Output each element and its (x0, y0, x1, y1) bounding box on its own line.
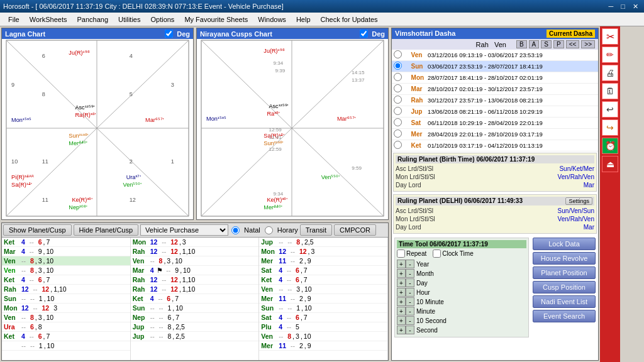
dasha-row[interactable]: Mer 28/04/2019 22:01:19 - 28/10/2019 03:… (392, 129, 598, 140)
menu-worksheets[interactable]: WorkSheets (25, 14, 72, 25)
planet-row: Mar 4 -- 9,10 (2, 247, 130, 256)
planet-row: Sun -- -- 1,10 (2, 294, 130, 304)
menu-favourite[interactable]: My Favourite Sheets (179, 14, 253, 25)
hour-plus-btn[interactable]: + (397, 288, 406, 297)
10min-minus-btn[interactable]: - (406, 297, 414, 306)
month-plus-btn[interactable]: + (397, 269, 406, 278)
dasha-row[interactable]: Mon 28/07/2017 18:41:19 - 28/10/2017 02:… (392, 72, 598, 84)
10min-plus-btn[interactable]: + (397, 297, 406, 306)
main-content: Lagna Chart Deg (0, 26, 644, 362)
horary-radio[interactable] (265, 226, 273, 234)
side-btn-back[interactable]: ↩ (602, 101, 618, 118)
nadi-event-list-button[interactable]: Nadi Event List (533, 295, 596, 308)
year-minus-btn[interactable]: - (406, 260, 414, 268)
svg-text:5: 5 (130, 91, 133, 97)
dasha-row[interactable]: Jup 13/06/2018 08:21:19 - 06/11/2018 10:… (392, 106, 598, 118)
ruling-row: Asc Lrd/Stl/Sl Sun/Ket/Mer (396, 165, 594, 173)
planet-position-button[interactable]: Planet Position (533, 266, 596, 279)
dasha-nav-next[interactable]: >> (581, 40, 595, 48)
menu-options[interactable]: Options (145, 14, 179, 25)
menu-panchang[interactable]: Panchang (72, 14, 113, 25)
planet-row: Ven -- 8,3,10 (2, 313, 130, 322)
day-minus-btn[interactable]: - (406, 278, 414, 287)
planet-row: Mer 11 -- 2,9 (259, 256, 387, 266)
dasha-nav-a[interactable]: A (529, 40, 540, 48)
time-row-10sec: + - 10 Second (397, 316, 526, 325)
side-toolbar: ✂ ✏ 🖨 🗓 ↩ ↪ ⏰ ⏏ (600, 26, 620, 362)
dasha-table: Ven 03/12/2016 09:13:19 - 03/06/2017 23:… (392, 50, 598, 151)
dasha-nav-b[interactable]: B (516, 40, 527, 48)
settings-button[interactable]: Settings (565, 197, 592, 205)
dasha-row[interactable]: Ket 01/10/2019 03:17:19 - 04/12/2019 01:… (392, 140, 598, 151)
natal-radio[interactable] (231, 226, 240, 234)
svg-text:9:59: 9:59 (352, 165, 362, 171)
maximize-btn[interactable]: □ (618, 3, 628, 11)
dasha-row[interactable]: Sat 06/11/2018 10:29:19 - 28/04/2019 22:… (392, 118, 598, 129)
planet-row: Sat 4 -- 6,7 (259, 313, 387, 322)
side-btn-clock[interactable]: ⏰ (602, 138, 618, 154)
dasha-nav-p[interactable]: P (553, 40, 564, 48)
clock-time-checkbox[interactable] (433, 250, 441, 258)
side-btn-calc[interactable]: 🗓 (602, 83, 618, 99)
minimize-btn[interactable]: ─ (606, 3, 616, 11)
10sec-minus-btn[interactable]: - (406, 316, 414, 325)
dasha-row-selected[interactable]: Sun 03/06/2017 23:53:19 - 28/07/2017 18:… (392, 61, 598, 72)
planet-column-3: Jup -- -- 8,2,5 Mon 12 -- 12,3 Mer 11 --… (259, 238, 388, 360)
time-row-hour: + - Hour (397, 288, 526, 297)
repeat-option[interactable]: Repeat (397, 250, 426, 258)
svg-text:3: 3 (171, 82, 174, 88)
10sec-plus-btn[interactable]: + (397, 316, 406, 325)
ruling-row: Mon Lrd/Stl/Sl Ven/Rah/Ven (396, 215, 594, 223)
planet-row: Rah 12 -- 12,1,10 (131, 275, 259, 285)
side-btn-edit[interactable]: ✏ (602, 47, 618, 63)
event-search-button[interactable]: Event Search (533, 310, 596, 322)
lock-data-button[interactable]: Lock Data (533, 238, 596, 250)
clock-time-option[interactable]: Clock Time (433, 250, 473, 258)
ruling-planet2: Ruling Planet (DELHI) 06/06/2017 11:49:3… (393, 194, 597, 234)
planet-row: Ket 4 -- 6,7 (2, 275, 130, 285)
dasha-nav-s[interactable]: S (541, 40, 552, 48)
side-btn-scissors[interactable]: ✂ (602, 28, 618, 45)
menu-windows[interactable]: Windows (253, 14, 291, 25)
side-btn-print[interactable]: 🖨 (602, 65, 618, 81)
svg-text:Ura³⁷': Ura³⁷' (126, 174, 142, 180)
close-btn[interactable]: ✕ (630, 3, 641, 11)
menu-file[interactable]: File (3, 14, 25, 25)
side-btn-forward[interactable]: ↪ (602, 119, 618, 136)
hour-minus-btn[interactable]: - (406, 288, 414, 297)
minute-plus-btn[interactable]: + (397, 307, 406, 315)
menu-updates[interactable]: Check for Updates (316, 14, 383, 25)
month-minus-btn[interactable]: - (406, 269, 414, 278)
side-btn-exit[interactable]: ⏏ (602, 156, 618, 172)
menu-utilities[interactable]: Utilities (113, 14, 145, 25)
svg-text:13:37: 13:37 (352, 77, 365, 83)
lagna-deg-checkbox[interactable] (165, 30, 173, 38)
planet-row: Plu 4 -- 5 (259, 322, 387, 332)
repeat-checkbox[interactable] (397, 250, 405, 258)
dasha-row[interactable]: Ven 03/12/2016 09:13:19 - 03/06/2017 23:… (392, 50, 598, 61)
cmpcor-button[interactable]: CMPCOR (334, 224, 376, 236)
show-planet-cusp-button[interactable]: Show Planet/Cusp (3, 224, 72, 236)
planet-column-2: Mon 12 -- 12,3 Rah 12 -- 12,1,10 Ven -- … (131, 238, 260, 360)
event-select[interactable]: Vehicle Purchase (140, 224, 228, 236)
svg-text:Ven⁵⁵⁰': Ven⁵⁵⁰' (123, 182, 142, 188)
transit-button[interactable]: Transit (300, 224, 332, 236)
minute-minus-btn[interactable]: - (406, 307, 414, 315)
dasha-row[interactable]: Mar 28/10/2017 02:01:19 - 30/12/2017 23:… (392, 84, 598, 95)
svg-text:9: 9 (11, 82, 14, 88)
house-revolve-button[interactable]: House Revolve (533, 252, 596, 265)
second-plus-btn[interactable]: + (397, 326, 406, 334)
ruling-row: Mon Lrd/Stl/Sl Ven/Rah/Ven (396, 173, 594, 181)
nirayana-deg-checkbox[interactable] (360, 30, 368, 38)
planet-row: Ven -- 8,3,10 (2, 256, 130, 266)
cusp-position-button[interactable]: Cusp Position (533, 281, 596, 293)
menu-help[interactable]: Help (291, 14, 316, 25)
dasha-nav-prev[interactable]: << (566, 40, 580, 48)
dasha-row[interactable]: Rah 30/12/2017 23:57:19 - 13/06/2018 08:… (392, 95, 598, 106)
svg-text:Ven⁵⁵⁰': Ven⁵⁵⁰' (321, 174, 340, 180)
second-minus-btn[interactable]: - (406, 326, 414, 334)
day-plus-btn[interactable]: + (397, 278, 406, 287)
planet-row: Mer 11 -- 2,9 (259, 294, 387, 304)
hide-planet-cusp-button[interactable]: Hide Planet/Cusp (74, 224, 139, 236)
year-plus-btn[interactable]: + (397, 260, 406, 268)
